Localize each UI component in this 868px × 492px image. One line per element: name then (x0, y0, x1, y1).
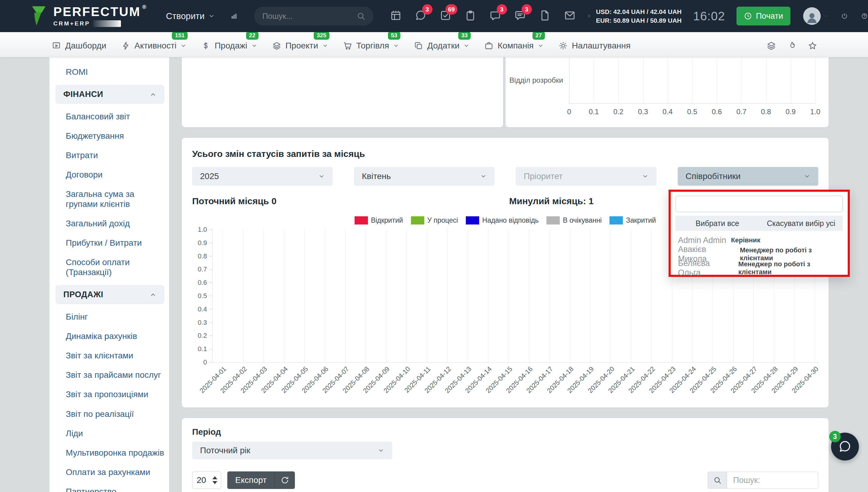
sidebar-entry[interactable]: Загальна сума за групами клієнтів (55, 184, 164, 214)
nav-item[interactable]: Проекти 325 (272, 41, 328, 51)
year-select[interactable]: 2025 (192, 167, 333, 186)
nav-item[interactable]: Налаштування (558, 41, 631, 51)
board-icon[interactable] (390, 9, 402, 22)
sidebar-entry[interactable]: Ліди (55, 424, 164, 443)
table-search[interactable] (708, 472, 818, 489)
sidebar-entry[interactable]: Балансовий звіт (55, 107, 164, 126)
nav-item[interactable]: Активності 151 (121, 41, 187, 51)
chat-fab[interactable]: 3 (831, 433, 859, 461)
chevron-up-icon (150, 91, 156, 98)
gridline (447, 229, 448, 362)
chat-badge: 3 (422, 4, 433, 15)
sidebar-entry[interactable]: Бюджетування (55, 126, 164, 146)
legend-swatch (547, 216, 560, 224)
step-up-arrow[interactable] (213, 476, 217, 479)
header-search[interactable] (254, 7, 373, 25)
file-icon[interactable] (539, 9, 551, 22)
month-select[interactable]: Квітень (354, 167, 495, 186)
dept-category-label: Відділ розробки (506, 57, 569, 104)
legend-item[interactable]: В очікуванні (547, 216, 602, 224)
y-tick-label: 0.2 (198, 332, 207, 340)
header-search-input[interactable] (262, 11, 356, 21)
gridline (611, 229, 611, 362)
sidebar-entry[interactable]: ROMI (55, 63, 164, 82)
sidebar-entry[interactable]: Прибутки / Витрати (55, 233, 164, 253)
sidebar-entry[interactable]: Звіт за прайсами послуг (55, 365, 164, 385)
power-icon[interactable] (841, 10, 848, 22)
sidebar-entry[interactable]: Оплати за рахунками (55, 463, 164, 482)
sidebar-entry[interactable]: Білінг (55, 307, 164, 326)
sidebar-entry[interactable]: Звіт по реалізації (55, 404, 164, 424)
export-button[interactable]: Експорт (227, 471, 295, 489)
year-value: 2025 (200, 171, 219, 181)
logo[interactable]: PERFECTUM® CRM+ERP (30, 5, 147, 27)
sidebar-entry[interactable]: ПРОДАЖІ (55, 285, 164, 304)
refresh-icon[interactable] (280, 476, 289, 485)
y-tick: 0.7 (198, 265, 212, 273)
employee-option[interactable]: Беляєва Ольга Менеджер по роботі з клієн… (676, 261, 843, 275)
dollar-icon (201, 41, 211, 51)
gridline (223, 229, 223, 362)
gridline (529, 229, 529, 362)
x-tick-label: 1.0 (810, 107, 820, 116)
deselect-all-button[interactable]: Скасувати вибір усі (759, 219, 843, 228)
page-size-stepper[interactable] (192, 471, 221, 489)
nav-item[interactable]: Компанія 27 (484, 41, 544, 51)
mail-icon[interactable] (564, 9, 576, 22)
search-icon (356, 11, 365, 21)
sidebar-entry[interactable]: Договори (55, 165, 164, 184)
period-select[interactable]: Поточний рік (192, 442, 392, 459)
sidebar-entry[interactable]: ФІНАНСИ (55, 85, 164, 104)
user-avatar[interactable] (803, 7, 821, 25)
employees-select[interactable]: Співробітники (678, 167, 818, 186)
step-down-arrow[interactable] (213, 481, 217, 484)
gridline (791, 57, 791, 103)
dropdown-search-input[interactable] (676, 196, 843, 212)
employees-dropdown-panel: Вибрати все Скасувати вибір усі Admin Ad… (671, 192, 848, 275)
sidebar-entry[interactable]: Способи оплати (Транзакції) (55, 253, 164, 282)
sidebar-entry[interactable]: Партнерство (55, 482, 164, 492)
clipboard-icon[interactable] (464, 9, 477, 22)
nav-item[interactable]: Продажі 22 (201, 41, 257, 51)
legend-item[interactable]: Надано відповідь (466, 216, 538, 224)
stats-icon[interactable] (231, 10, 238, 22)
nav-item[interactable]: Додатки 33 (414, 41, 469, 51)
flame-icon[interactable] (787, 41, 797, 51)
create-button[interactable]: Створити (166, 11, 215, 21)
legend-item[interactable]: Закритий (609, 216, 656, 224)
table-search-input[interactable] (727, 472, 818, 489)
gridline (692, 57, 693, 103)
x-tick-label: 0.8 (761, 107, 771, 116)
select-all-button[interactable]: Вибрати все (676, 219, 759, 228)
chevron-down-icon (463, 43, 469, 49)
chevron-right-icon[interactable] (587, 12, 591, 20)
y-tick-mark (209, 349, 212, 349)
gridline (345, 229, 345, 362)
x-tick-label: 0.7 (737, 107, 746, 116)
help-icon[interactable] (861, 10, 868, 22)
star-icon[interactable] (807, 41, 818, 51)
start-timer-button[interactable]: Почати (737, 7, 790, 25)
page-size-input[interactable] (196, 475, 210, 485)
layers-icon[interactable] (766, 41, 776, 51)
sidebar-entry[interactable]: Витрати (55, 146, 164, 165)
sidebar-entry[interactable]: Звіт за клієнтами (55, 346, 164, 365)
nav-item[interactable]: Дашборди (51, 41, 106, 51)
period-value: Поточний рік (200, 446, 250, 456)
copy-icon (414, 41, 424, 51)
legend-item[interactable]: Відкритий (355, 216, 403, 224)
nav-badge: 325 (314, 31, 330, 40)
legend-item[interactable]: У процесі (411, 216, 458, 224)
chevron-down-icon (538, 43, 544, 49)
sidebar-entry[interactable]: Динаміка рахунків (55, 326, 164, 346)
sidebar-entry[interactable]: Мультиворонка продажів (55, 443, 164, 463)
legend-swatch (609, 216, 623, 224)
gridline (550, 229, 550, 362)
gridline (365, 229, 366, 362)
sidebar-entry[interactable]: Загальний дохід (55, 214, 164, 233)
priority-placeholder: Пріоритет (524, 171, 563, 181)
chevron-down-icon[interactable] (824, 13, 828, 19)
priority-select[interactable]: Пріоритет (516, 167, 656, 186)
sidebar-entry[interactable]: Звіт за пропозиціями (55, 385, 164, 404)
nav-item[interactable]: Торгівля 53 (343, 41, 399, 51)
